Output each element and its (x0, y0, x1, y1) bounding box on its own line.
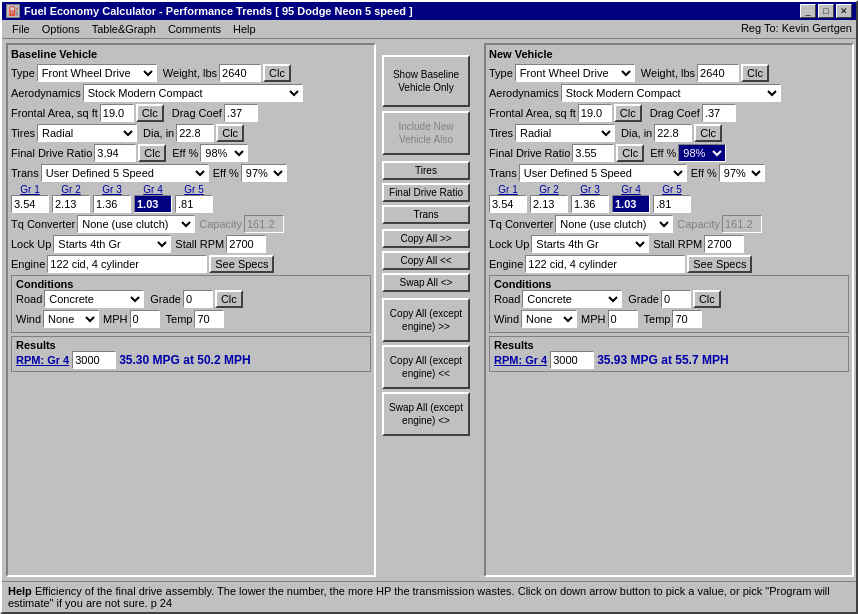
new-dia-clc[interactable]: Clc (694, 124, 722, 142)
new-dia-label: Dia, in (621, 127, 652, 139)
baseline-gear3-input[interactable] (93, 195, 131, 213)
new-eff-select[interactable]: 98% (678, 144, 726, 162)
new-gear1-input[interactable] (489, 195, 527, 213)
new-see-specs-button[interactable]: See Specs (687, 255, 752, 273)
new-aero-select[interactable]: Stock Modern Compact (561, 84, 781, 102)
new-fdr-input[interactable] (572, 144, 614, 162)
new-grade-clc[interactable]: Clc (693, 290, 721, 308)
new-fdr-clc[interactable]: Clc (616, 144, 644, 162)
new-weight-clc[interactable]: Clc (741, 64, 769, 82)
new-frontal-input[interactable] (578, 104, 612, 122)
new-grade-input[interactable] (661, 290, 691, 308)
baseline-gear2-input[interactable] (52, 195, 90, 213)
baseline-grade-clc[interactable]: Clc (215, 290, 243, 308)
new-gear3-label: Gr 3 (580, 184, 599, 195)
new-gear2-input[interactable] (530, 195, 568, 213)
baseline-rpm-input[interactable] (72, 351, 116, 369)
new-gear5-input[interactable] (653, 195, 691, 213)
menu-options[interactable]: Options (36, 22, 86, 36)
baseline-road-select[interactable]: Concrete (44, 290, 144, 308)
baseline-trans-eff-select[interactable]: 97% (241, 164, 287, 182)
baseline-aero-select[interactable]: Stock Modern Compact (83, 84, 303, 102)
maximize-button[interactable]: □ (818, 4, 834, 18)
new-capacity-input[interactable] (722, 215, 762, 233)
new-mpg-value: 35.93 MPG at 55.7 MPH (597, 353, 728, 367)
baseline-capacity-input[interactable] (244, 215, 284, 233)
baseline-gear-4: Gr 4 (134, 184, 172, 213)
new-frontal-clc[interactable]: Clc (614, 104, 642, 122)
baseline-tq-select[interactable]: None (use clutch) (77, 215, 195, 233)
baseline-frontal-clc[interactable]: Clc (136, 104, 164, 122)
baseline-gear5-input[interactable] (175, 195, 213, 213)
swap-all-button[interactable]: Swap All <> (382, 273, 470, 292)
baseline-drag-input[interactable] (224, 104, 258, 122)
new-trans-select[interactable]: User Defined 5 Speed (519, 164, 687, 182)
menu-file[interactable]: File (6, 22, 36, 36)
new-engine-input[interactable] (525, 255, 685, 273)
new-type-label: Type (489, 67, 513, 79)
new-temp-input[interactable] (672, 310, 702, 328)
baseline-eff-select[interactable]: 98% (200, 144, 248, 162)
new-wind-select[interactable]: None (521, 310, 577, 328)
close-button[interactable]: ✕ (836, 4, 852, 18)
fdr-copy-right-button[interactable]: Final Drive Ratio (382, 183, 470, 202)
baseline-stall-label: Stall RPM (175, 238, 224, 250)
baseline-trans-select[interactable]: User Defined 5 Speed (41, 164, 209, 182)
menu-comments[interactable]: Comments (162, 22, 227, 36)
baseline-temp-input[interactable] (194, 310, 224, 328)
baseline-see-specs-button[interactable]: See Specs (209, 255, 274, 273)
baseline-tires-select[interactable]: Radial (37, 124, 137, 142)
new-gear3-input[interactable] (571, 195, 609, 213)
new-tires-select[interactable]: Radial (515, 124, 615, 142)
baseline-gears-row: Gr 1 Gr 2 Gr 3 Gr 4 Gr 5 (11, 184, 371, 213)
baseline-stall-input[interactable] (226, 235, 266, 253)
new-vehicle-panel: New Vehicle Type Front Wheel Drive Weigh… (484, 43, 854, 577)
baseline-fdr-clc[interactable]: Clc (138, 144, 166, 162)
trans-copy-right-button[interactable]: Trans (382, 205, 470, 224)
tires-copy-right-button[interactable]: Tires (382, 161, 470, 180)
new-vehicle-title: New Vehicle (489, 48, 849, 60)
show-baseline-button[interactable]: Show Baseline Vehicle Only (382, 55, 470, 107)
new-type-select[interactable]: Front Wheel Drive (515, 64, 635, 82)
new-dia-input[interactable] (654, 124, 692, 142)
baseline-dia-input[interactable] (176, 124, 214, 142)
copy-all-left-button[interactable]: Copy All << (382, 251, 470, 270)
new-road-select[interactable]: Concrete (522, 290, 622, 308)
new-mph-label: MPH (581, 313, 605, 325)
baseline-dia-clc[interactable]: Clc (216, 124, 244, 142)
baseline-grade-input[interactable] (183, 290, 213, 308)
new-stall-input[interactable] (704, 235, 744, 253)
new-rpm-input[interactable] (550, 351, 594, 369)
copy-except-right-button[interactable]: Copy All (except engine) >> (382, 298, 470, 342)
baseline-frontal-input[interactable] (100, 104, 134, 122)
baseline-gear4-input[interactable] (134, 195, 172, 213)
baseline-conditions-title: Conditions (16, 278, 366, 290)
new-tq-select[interactable]: None (use clutch) (555, 215, 673, 233)
baseline-lockup-select[interactable]: Starts 4th Gr (53, 235, 171, 253)
copy-except-left-button[interactable]: Copy All (except engine) << (382, 345, 470, 389)
baseline-type-select[interactable]: Front Wheel Drive (37, 64, 157, 82)
baseline-wind-select[interactable]: None (43, 310, 99, 328)
new-weight-input[interactable] (697, 64, 739, 82)
include-new-button[interactable]: Include New Vehicle Also (382, 111, 470, 155)
app-icon: ⛽ (6, 4, 20, 18)
menu-help[interactable]: Help (227, 22, 262, 36)
baseline-mph-input[interactable] (130, 310, 160, 328)
new-drag-input[interactable] (702, 104, 736, 122)
new-trans-eff-select[interactable]: 97% (719, 164, 765, 182)
baseline-capacity-label: Capacity (199, 218, 242, 230)
new-weight-label: Weight, lbs (641, 67, 695, 79)
copy-all-right-button[interactable]: Copy All >> (382, 229, 470, 248)
swap-except-button[interactable]: Swap All (except engine) <> (382, 392, 470, 436)
baseline-gear1-input[interactable] (11, 195, 49, 213)
new-gear4-input[interactable] (612, 195, 650, 213)
baseline-weight-clc[interactable]: Clc (263, 64, 291, 82)
baseline-gear3-label: Gr 3 (102, 184, 121, 195)
new-mph-input[interactable] (608, 310, 638, 328)
baseline-fdr-input[interactable] (94, 144, 136, 162)
baseline-weight-input[interactable]: 2640 (219, 64, 261, 82)
baseline-engine-input[interactable] (47, 255, 207, 273)
minimize-button[interactable]: _ (800, 4, 816, 18)
menu-table-graph[interactable]: Table&Graph (86, 22, 162, 36)
new-lockup-select[interactable]: Starts 4th Gr (531, 235, 649, 253)
